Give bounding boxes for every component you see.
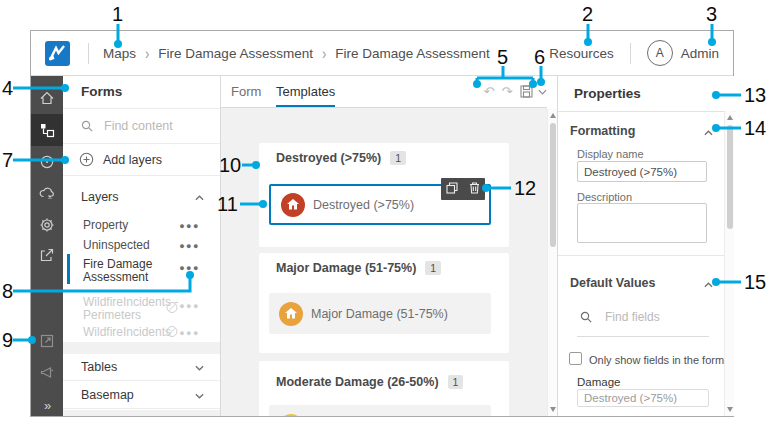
duplicate-icon[interactable] xyxy=(446,180,458,198)
avatar[interactable]: A xyxy=(647,40,673,66)
find-fields-search[interactable]: Find fields xyxy=(580,310,660,324)
add-layers-label: Add layers xyxy=(103,153,162,167)
sidebar-item-share[interactable] xyxy=(31,239,63,271)
chevron-right-icon: › xyxy=(322,44,326,63)
layer-row-wildfire-incidents[interactable]: WildfireIncidents ●●● xyxy=(63,326,220,339)
app-header: Maps › Fire Damage Assessment › Fire Dam… xyxy=(31,31,733,76)
chevron-up-icon xyxy=(704,274,713,292)
delete-icon[interactable] xyxy=(469,180,480,198)
template-hover-toolbar xyxy=(441,178,485,200)
template-symbol-moderate xyxy=(279,414,303,417)
callout-3: 3 xyxy=(706,3,717,26)
layer-row-fire-damage-assessment[interactable]: Fire Damage Assessment ●●● xyxy=(63,258,220,284)
group-title: Major Damage (51-75%) xyxy=(276,261,416,275)
header-divider xyxy=(88,43,89,64)
sidebar-item-offline[interactable] xyxy=(31,177,63,209)
share-icon xyxy=(39,247,55,263)
chevron-right-icon: › xyxy=(145,44,149,63)
layer-row-property[interactable]: Property ●●● xyxy=(63,219,220,232)
callout-8: 8 xyxy=(2,280,13,303)
breadcrumb-item-maps[interactable]: Maps xyxy=(103,46,136,61)
search-placeholder: Find fields xyxy=(605,310,660,324)
header-right: Resources A Admin xyxy=(549,31,733,75)
layers-section-header[interactable]: Layers xyxy=(63,184,220,210)
search-icon xyxy=(580,311,593,324)
layer-row-wildfire-perimeters[interactable]: WildfireIncidents - Perimeters ●●● xyxy=(63,296,220,322)
not-allowed-icon xyxy=(166,302,178,317)
template-card-major[interactable]: Major Damage (51-75%) xyxy=(269,293,491,334)
formatting-section-header[interactable]: Formatting xyxy=(570,122,713,140)
chevron-up-icon xyxy=(704,122,713,140)
save-icon[interactable] xyxy=(518,76,534,107)
group-title: Destroyed (>75%) xyxy=(276,151,381,165)
only-show-fields-checkbox[interactable] xyxy=(569,352,582,365)
default-values-section-header[interactable]: Default Values xyxy=(570,274,713,292)
chevron-down-icon xyxy=(195,388,204,402)
forms-panel: Forms Find content Add layers Layers xyxy=(63,76,221,416)
add-layers-button[interactable]: Add layers xyxy=(63,144,220,176)
section-gap xyxy=(63,342,220,354)
sidebar-item-feedback[interactable] xyxy=(31,357,63,389)
template-symbol-major xyxy=(279,302,303,326)
ellipsis-icon[interactable]: ●●● xyxy=(179,239,200,252)
group-title: Moderate Damage (26-50%) xyxy=(276,375,439,389)
chevron-up-icon xyxy=(195,190,204,204)
search-placeholder: Find content xyxy=(104,119,173,133)
field-maps-logo[interactable] xyxy=(45,41,70,66)
resources-link[interactable]: Resources xyxy=(549,46,614,61)
callout-13: 13 xyxy=(744,84,766,107)
properties-scrollbar[interactable] xyxy=(724,111,734,416)
app-window: Maps › Fire Damage Assessment › Fire Dam… xyxy=(30,30,734,417)
templates-scrollbar[interactable] xyxy=(547,109,557,416)
description-input[interactable] xyxy=(577,203,707,243)
sidebar-item-open-in-new[interactable] xyxy=(31,325,63,357)
callout-12: 12 xyxy=(514,177,536,200)
callout-10: 10 xyxy=(219,154,241,177)
home-icon xyxy=(39,90,55,106)
template-group-major: Major Damage (51-75%) 1 Major Damage (51… xyxy=(259,253,509,353)
sidebar-item-home[interactable] xyxy=(31,82,63,114)
layer-row-uninspected[interactable]: Uninspected ●●● xyxy=(63,239,220,252)
display-name-input[interactable] xyxy=(577,161,707,182)
sidebar-item-forms[interactable] xyxy=(31,114,63,146)
sidebar-item-expand[interactable]: » xyxy=(31,389,63,421)
ellipsis-icon[interactable]: ●●● xyxy=(179,300,200,313)
damage-value-input[interactable] xyxy=(577,389,709,407)
not-allowed-icon xyxy=(166,325,178,340)
callout-15: 15 xyxy=(744,271,766,294)
description-label: Description xyxy=(577,191,632,203)
redo-icon[interactable]: ↷ xyxy=(499,76,515,107)
breadcrumb: Maps › Fire Damage Assessment › Fire Dam… xyxy=(103,31,490,75)
tables-section-header[interactable]: Tables xyxy=(63,354,220,381)
tab-form[interactable]: Form xyxy=(231,76,261,107)
settings-gear-icon xyxy=(39,217,55,233)
nav-sidebar: » xyxy=(31,76,63,416)
annotated-screenshot: Maps › Fire Damage Assessment › Fire Dam… xyxy=(0,0,773,423)
properties-title: Properties xyxy=(574,86,641,101)
properties-panel: Properties Formatting Display name Descr… xyxy=(557,76,735,416)
breadcrumb-item-map[interactable]: Fire Damage Assessment xyxy=(158,46,313,61)
find-content-search[interactable]: Find content xyxy=(63,109,220,144)
user-menu-admin[interactable]: Admin xyxy=(681,46,719,61)
callout-9: 9 xyxy=(2,329,13,352)
editor-tabbar: Form Templates ↶ ↷ xyxy=(221,76,547,108)
offline-cloud-icon xyxy=(39,185,55,201)
undo-icon[interactable]: ↶ xyxy=(481,76,497,107)
search-icon xyxy=(81,120,94,133)
ellipsis-icon[interactable]: ●●● xyxy=(179,219,200,232)
group-count-badge: 1 xyxy=(448,375,464,389)
forms-panel-title: Forms xyxy=(81,84,122,99)
chevron-down-icon[interactable] xyxy=(534,76,550,107)
tab-templates[interactable]: Templates xyxy=(276,76,335,107)
sidebar-item-settings[interactable] xyxy=(31,209,63,241)
template-group-moderate: Moderate Damage (26-50%) 1 Moderate Dama… xyxy=(259,361,509,416)
chevron-down-icon xyxy=(195,360,204,374)
template-card-moderate[interactable]: Moderate Damage (26-50%) xyxy=(269,405,491,416)
divider xyxy=(558,111,735,112)
damage-field-label: Damage xyxy=(577,376,620,388)
ellipsis-icon[interactable]: ●●● xyxy=(179,326,200,339)
editor-panel: Form Templates ↶ ↷ Destroyed (>75%) 1 xyxy=(221,76,547,416)
basemap-section-header[interactable]: Basemap xyxy=(63,382,220,409)
sidebar-item-map-areas[interactable] xyxy=(31,146,63,178)
ellipsis-icon[interactable]: ●●● xyxy=(179,262,200,275)
